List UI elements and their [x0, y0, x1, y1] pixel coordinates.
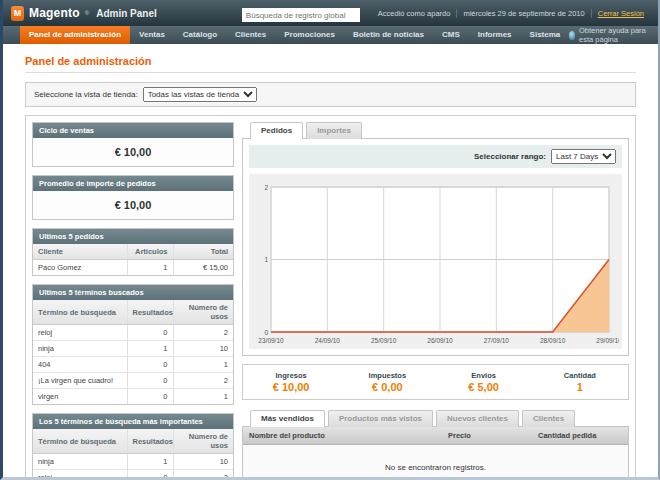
tab-productos-m-s-vistos[interactable]: Productos más vistos	[328, 410, 433, 427]
top-search-terms-widget: Los 5 términos de búsqueda más important…	[32, 413, 234, 480]
last-orders-widget: Ultimos 5 pedidos ClienteArticulosTotalP…	[32, 228, 234, 276]
magento-logo-icon: M	[11, 6, 24, 21]
store-view-label: Seleccione la vista de tienda:	[34, 90, 138, 99]
sales-cycle-value: € 10,00	[33, 138, 233, 166]
column-header-nombre-del-producto: Nombre del producto	[243, 427, 442, 445]
column-header-resultados: Resultados	[127, 300, 173, 325]
sales-cycle-widget: Ciclo de ventas € 10,00	[32, 122, 234, 167]
avg-order-widget: Promedio de importe de pedidos € 10,00	[32, 175, 234, 220]
global-search	[242, 4, 360, 23]
store-view-switcher: Seleccione la vista de tienda: Todas las…	[25, 82, 636, 107]
widget-title: Promedio de importe de pedidos	[33, 176, 233, 191]
nav-item-clientes[interactable]: Clientes	[226, 26, 275, 44]
logo-text: Magento	[29, 6, 80, 20]
nav-item-ventas[interactable]: Ventas	[130, 26, 174, 44]
main-nav: Panel de administraciónVentasCatálogoCli…	[3, 26, 658, 44]
svg-text:25/09/10: 25/09/10	[371, 337, 397, 344]
table-row[interactable]: Paco Gomez1€ 15,00	[33, 260, 233, 276]
table-row[interactable]: ninja110	[33, 341, 233, 357]
widget-title: Ciclo de ventas	[33, 123, 233, 138]
nav-item-cat-logo[interactable]: Catálogo	[174, 26, 226, 44]
svg-text:27/09/10: 27/09/10	[483, 337, 509, 344]
widget-title: Ultimos 5 términos buscados	[33, 285, 233, 300]
column-header-precio: Precio	[442, 427, 532, 445]
svg-text:2: 2	[264, 184, 268, 191]
dashboard-right-column: PedidosImportes Seleccionar rango: Last …	[242, 122, 629, 480]
avg-order-value: € 10,00	[33, 191, 233, 219]
products-table: Nombre del productoPrecioCantidad pedida…	[243, 427, 628, 480]
table-row[interactable]: 40401	[33, 357, 233, 373]
help-link[interactable]: Obtener ayuda para esta página	[569, 26, 648, 44]
table-row[interactable]: ¡La virgen que cuadro!02	[33, 373, 233, 389]
svg-text:23/09/10: 23/09/10	[258, 337, 284, 344]
nav-item-informes[interactable]: Informes	[469, 26, 521, 44]
table-row[interactable]: ninja110	[33, 454, 233, 470]
logo-suffix: Admin Panel	[96, 8, 157, 19]
tab-clientes[interactable]: Clientes	[522, 410, 575, 427]
nav-item-promociones[interactable]: Promociones	[275, 26, 344, 44]
widget-title: Ultimos 5 pedidos	[33, 229, 233, 244]
current-date: miércoles 29 de septiembre de 2010	[456, 9, 590, 18]
range-selector-bar: Seleccionar rango: Last 7 Days	[249, 145, 622, 168]
last-search-terms-table: Término de búsquedaResultadosNúmero de u…	[33, 300, 233, 404]
magento-logo[interactable]: M Magento® Admin Panel	[11, 6, 157, 21]
column-header-t-rmino-de-b-squeda: Término de búsqueda	[33, 300, 127, 325]
stat-ingresos: Ingresos€ 10,00	[243, 371, 339, 393]
dashboard-container: Ciclo de ventas € 10,00 Promedio de impo…	[25, 115, 636, 480]
svg-text:0: 0	[264, 329, 268, 336]
column-header-total: Total	[173, 244, 233, 260]
stat-envios: Envios€ 5,00	[436, 371, 532, 393]
table-row[interactable]: reloj02	[33, 470, 233, 480]
orders-chart: 01223/09/1024/09/1025/09/1026/09/1027/09…	[253, 179, 619, 347]
admin-header: M Magento® Admin Panel Accedió como apar…	[3, 0, 658, 26]
products-panel: Nombre del productoPrecioCantidad pedida…	[242, 426, 629, 480]
stats-row: Ingresos€ 10,00Impuestos€ 0,00Envios€ 5,…	[242, 364, 629, 400]
nav-items: Panel de administraciónVentasCatálogoCli…	[20, 26, 569, 44]
svg-text:26/09/10: 26/09/10	[427, 337, 453, 344]
store-view-select[interactable]: Todas las vistas de tienda	[143, 87, 257, 102]
range-select[interactable]: Last 7 Days	[551, 149, 616, 164]
dashboard-left-column: Ciclo de ventas € 10,00 Promedio de impo…	[32, 122, 234, 480]
svg-text:1: 1	[264, 256, 268, 263]
report-tabs: Más vendidosProductos más vistosNuevos c…	[242, 410, 629, 426]
chart-panel: Seleccionar rango: Last 7 Days 01223/09/…	[242, 138, 629, 356]
column-header-n-mero-de-usos: Número de usos	[173, 300, 233, 325]
page-content: Panel de administración Seleccione la vi…	[3, 44, 658, 480]
svg-text:24/09/10: 24/09/10	[314, 337, 340, 344]
top-search-terms-table: Término de búsquedaResultadosNúmero de u…	[33, 429, 233, 480]
column-header-n-mero-de-usos: Número de usos	[173, 429, 233, 454]
column-header-cliente: Cliente	[33, 244, 127, 260]
nav-item-sistema[interactable]: Sistema	[521, 26, 570, 44]
nav-item-boletin-de-noticias[interactable]: Boletin de noticias	[344, 26, 433, 44]
stat-cantidad: Cantidad1	[532, 371, 628, 393]
tab-m-s-vendidos[interactable]: Más vendidos	[250, 410, 325, 427]
column-header-resultados: Resultados	[127, 429, 173, 454]
last-orders-table: ClienteArticulosTotalPaco Gomez1€ 15,00	[33, 244, 233, 275]
tab-pedidos[interactable]: Pedidos	[250, 122, 303, 139]
logout-link[interactable]: Cerrar Sesión	[598, 9, 644, 18]
nav-item-panel-de-administraci-n[interactable]: Panel de administración	[20, 26, 130, 44]
help-globe-icon	[569, 31, 575, 40]
help-label: Obtener ayuda para esta página	[579, 26, 648, 44]
column-header-cantidad-pedida: Cantidad pedida	[532, 427, 628, 445]
svg-text:29/09/10: 29/09/10	[596, 337, 619, 344]
global-search-input[interactable]	[242, 8, 360, 22]
column-header-t-rmino-de-b-squeda: Término de búsqueda	[33, 429, 127, 454]
nav-item-cms[interactable]: CMS	[433, 26, 469, 44]
page-title: Panel de administración	[25, 55, 636, 67]
header-user-info: Accedió como apardo miércoles 29 de sept…	[372, 9, 650, 18]
logged-in-as: Accedió como apardo	[372, 9, 457, 18]
tab-importes[interactable]: Importes	[306, 122, 362, 139]
table-row[interactable]: reloj02	[33, 325, 233, 341]
tab-nuevos-clientes[interactable]: Nuevos clientes	[436, 410, 519, 427]
widget-title: Los 5 términos de búsqueda más important…	[33, 414, 233, 429]
last-search-terms-widget: Ultimos 5 términos buscados Término de b…	[32, 284, 234, 405]
stat-impuestos: Impuestos€ 0,00	[339, 371, 435, 393]
table-row[interactable]: virgen01	[33, 389, 233, 405]
range-label: Seleccionar rango:	[474, 152, 546, 161]
title-divider	[25, 72, 636, 73]
chart-area: 01223/09/1024/09/1025/09/1026/09/1027/09…	[249, 174, 622, 349]
svg-text:28/09/10: 28/09/10	[540, 337, 566, 344]
column-header-articulos: Articulos	[127, 244, 173, 260]
empty-message: No se encontraron registros.	[243, 445, 628, 480]
